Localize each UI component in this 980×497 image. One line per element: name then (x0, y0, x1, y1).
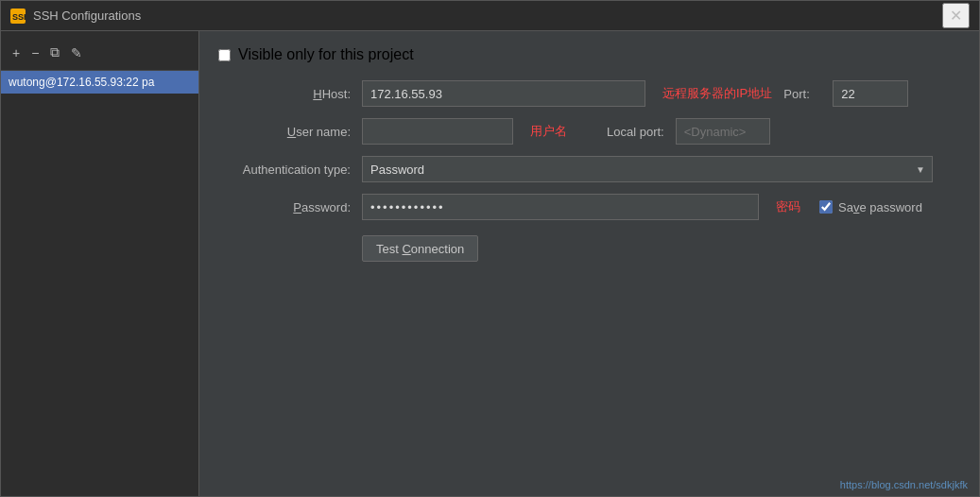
footer-link: https://blog.csdn.net/sdkjkfk (840, 479, 968, 490)
localport-label: Local port: (607, 125, 664, 139)
sidebar-toolbar: + − ⧉ ✎ (1, 39, 198, 71)
titlebar: SSH SSH Configurations ✕ (1, 1, 979, 31)
username-annotation: 用户名 (530, 123, 567, 140)
port-input[interactable] (833, 80, 908, 107)
username-label: User name: (218, 125, 351, 139)
visible-only-checkbox[interactable] (218, 49, 231, 61)
username-row: User name: 用户名 Local port: (218, 118, 960, 145)
auth-select[interactable]: Password Key pair OpenSSH config and aut… (362, 156, 933, 182)
main-panel: Visible only for this project HHost: 远程服… (199, 31, 979, 496)
save-password-checkbox[interactable] (819, 200, 833, 214)
remove-button[interactable]: − (27, 43, 43, 62)
password-annotation: 密码 (776, 198, 800, 215)
password-input[interactable] (362, 194, 759, 220)
add-button[interactable]: + (9, 43, 24, 62)
password-row: Password: 密码 Save password (218, 194, 960, 220)
port-label: Port: (783, 87, 821, 101)
sidebar: + − ⧉ ✎ wutong@172.16.55.93:22 pa (1, 31, 199, 496)
auth-select-wrapper: Password Key pair OpenSSH config and aut… (362, 156, 933, 182)
close-button[interactable]: ✕ (942, 3, 970, 28)
svg-text:SSH: SSH (12, 12, 26, 22)
auth-row: Authentication type: Password Key pair O… (218, 156, 960, 182)
titlebar-left: SSH SSH Configurations (10, 9, 141, 24)
save-password-row: Save password (819, 200, 922, 214)
host-annotation: 远程服务器的IP地址 (662, 85, 772, 102)
window-title: SSH Configurations (33, 9, 141, 23)
content-area: + − ⧉ ✎ wutong@172.16.55.93:22 pa Visibl… (1, 31, 979, 496)
visible-only-row: Visible only for this project (218, 46, 960, 63)
window-icon: SSH (10, 9, 26, 24)
test-connection-button[interactable]: Test Connection (362, 235, 478, 262)
username-input[interactable] (362, 118, 513, 145)
test-connection-row: Test Connection (362, 235, 960, 262)
visible-only-label: Visible only for this project (238, 46, 414, 63)
auth-label: Authentication type: (218, 163, 351, 177)
host-row: HHost: 远程服务器的IP地址 Port: (218, 80, 960, 107)
edit-button[interactable]: ✎ (67, 43, 86, 62)
password-label: Password: (218, 200, 351, 214)
copy-button[interactable]: ⧉ (46, 43, 63, 62)
ssh-configurations-window: SSH SSH Configurations ✕ + − ⧉ ✎ wutong@… (0, 0, 980, 497)
sidebar-item[interactable]: wutong@172.16.55.93:22 pa (1, 71, 198, 94)
save-password-label: Save password (838, 200, 922, 214)
host-label: HHost: (218, 87, 351, 101)
localport-input[interactable] (676, 118, 770, 145)
host-input[interactable] (362, 80, 645, 107)
